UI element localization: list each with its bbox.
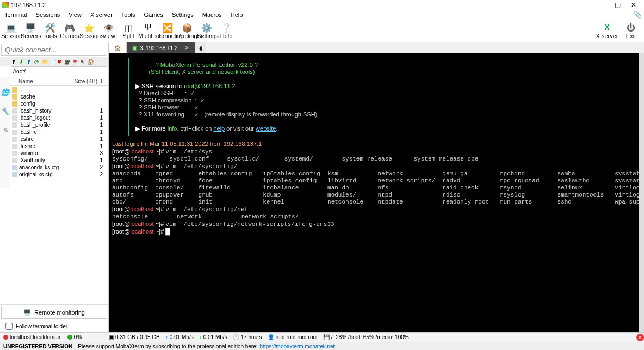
file-icon: [12, 137, 17, 142]
flag-icon[interactable]: ⚑: [72, 59, 78, 65]
tb-servers[interactable]: 🖥️Servers: [21, 23, 40, 39]
tb-tools[interactable]: 🛠️Tools: [40, 23, 60, 39]
file-row[interactable]: .bash_history1: [10, 107, 108, 114]
col-name[interactable]: Name: [12, 78, 73, 84]
session-tab[interactable]: ▣ 3. 192.168.11.2 ✕: [127, 42, 195, 53]
tb-games[interactable]: 🎮Games: [60, 23, 79, 39]
menu-games[interactable]: Games: [140, 10, 168, 19]
follow-terminal-row[interactable]: Follow terminal folder: [0, 320, 108, 332]
minimize-button[interactable]: —: [593, 1, 609, 9]
file-row[interactable]: original-ks.cfg2: [10, 171, 108, 178]
remote-monitoring-label: Remote monitoring: [34, 309, 85, 316]
footer-close-icon[interactable]: ✕: [636, 334, 644, 341]
menu-settings[interactable]: Settings: [168, 10, 198, 19]
multiexec-icon: Ψ: [138, 23, 158, 33]
menu-view[interactable]: View: [64, 10, 86, 19]
file-icon: [12, 87, 17, 93]
grid-icon[interactable]: ▦: [64, 59, 71, 65]
tb-settings[interactable]: ⚙️Settings: [197, 23, 216, 39]
status-up: 0.01 Mb/s: [170, 334, 194, 340]
session-tab-label: 3. 192.168.11.2: [140, 45, 178, 51]
view-icon: 👁️: [99, 23, 119, 33]
host-icon: [3, 335, 8, 340]
tb-session[interactable]: 💻Session: [1, 23, 21, 39]
home-sftp-icon[interactable]: 🏠: [87, 59, 94, 65]
window-title-bar: 192.168.11.2 — ▢ ✕: [0, 0, 644, 10]
file-icon: [12, 115, 17, 121]
tb-multiexec[interactable]: ΨMultiExec: [138, 23, 158, 39]
tb-help[interactable]: ❔Help: [216, 23, 236, 39]
status-host: localhost.localdomain: [10, 334, 62, 340]
status-ram: 0.31 GB / 0.95 GB: [115, 334, 160, 340]
edit-icon[interactable]: ✎: [79, 59, 86, 65]
edit-tab-icon[interactable]: ✎: [2, 126, 8, 134]
file-row[interactable]: .cache: [10, 93, 108, 100]
newfile-icon[interactable]: 📄: [49, 59, 55, 65]
add-tab-button[interactable]: ◖: [195, 42, 206, 53]
file-row[interactable]: .bash_logout1: [10, 114, 108, 121]
refresh-icon[interactable]: ⟳: [34, 59, 40, 65]
menu-sessions[interactable]: Sessions: [32, 10, 65, 19]
file-icon: [12, 158, 17, 163]
menu-tools[interactable]: Tools: [117, 10, 140, 19]
file-icon: [12, 151, 17, 156]
main-toolbar: 💻Session🖥️Servers🛠️Tools🎮Games⭐Sessions👁…: [0, 20, 644, 42]
session-icon: 💻: [1, 23, 21, 33]
monitor-icon: 🖥️: [23, 309, 31, 316]
download-icon[interactable]: ⬇: [18, 59, 25, 65]
quick-connect-input[interactable]: [1, 44, 107, 56]
close-button[interactable]: ✕: [626, 1, 642, 9]
footer-bar: UNREGISTERED VERSION - Please support Mo…: [0, 342, 644, 350]
menu-x-server[interactable]: X server: [86, 10, 117, 19]
menu-terminal[interactable]: Terminal: [0, 10, 32, 19]
file-row[interactable]: .Xauthority1: [10, 157, 108, 164]
left-sidebar: ⬆ ⬇ ⬆ ⟳ 📁 📄 ✖ ▦ ⚑ ✎ 🏠 🌐 🔧 ✎ Name Size (K…: [0, 42, 109, 332]
ram-icon: ▣: [109, 334, 114, 340]
col-ext[interactable]: I: [101, 78, 106, 84]
tb-view[interactable]: 👁️View: [99, 23, 119, 39]
tab-bar: 🏠 ▣ 3. 192.168.11.2 ✕ ◖: [109, 42, 644, 53]
close-tab-icon[interactable]: ✕: [185, 45, 189, 51]
app-icon: [2, 2, 9, 8]
remote-monitoring-button[interactable]: 🖥️ Remote monitoring: [1, 306, 107, 319]
status-down: 0.01 Mb/s: [203, 334, 227, 340]
upload-icon[interactable]: ⬆: [26, 59, 33, 65]
packages-icon: 📦: [177, 23, 197, 33]
tb-split[interactable]: ◫Split: [119, 23, 138, 39]
newfolder-icon[interactable]: 📁: [41, 59, 48, 65]
tb-tunneling[interactable]: 🔀Tunneling: [158, 23, 177, 39]
menu-macros[interactable]: Macros: [198, 10, 226, 19]
sessions-icon: ⭐: [79, 23, 99, 33]
footer-link[interactable]: https://mobaxterm.mobatek.net: [260, 343, 335, 349]
file-row[interactable]: anaconda-ks.cfg2: [10, 164, 108, 171]
globe-tab-icon[interactable]: 🌐: [1, 88, 9, 96]
file-row[interactable]: .bash_profile1: [10, 121, 108, 128]
file-row[interactable]: .tcshrc1: [10, 143, 108, 150]
tb-sessions[interactable]: ⭐Sessions: [79, 23, 99, 39]
terminal-scrollbar[interactable]: [639, 53, 644, 332]
follow-terminal-checkbox[interactable]: [5, 323, 13, 330]
home-tab[interactable]: 🏠: [109, 42, 127, 53]
terminal-output[interactable]: ? MobaXterm Personal Edition v22.0 ? (SS…: [109, 53, 644, 332]
col-size[interactable]: Size (KB): [73, 78, 101, 84]
delete-icon[interactable]: ✖: [57, 59, 63, 65]
tb-packages[interactable]: 📦Packages: [177, 23, 197, 39]
file-row[interactable]: .config: [10, 100, 108, 107]
tb-xserver[interactable]: XX server: [595, 23, 619, 39]
file-row[interactable]: .bashrc1: [10, 128, 108, 136]
tools-tab-icon[interactable]: 🔧: [1, 107, 9, 115]
tb-exit[interactable]: ⏻Exit: [619, 23, 643, 39]
maximize-button[interactable]: ▢: [609, 1, 626, 9]
up-icon[interactable]: ⬆: [11, 59, 17, 65]
sftp-path-input[interactable]: [11, 66, 107, 76]
sftp-file-list[interactable]: Name Size (KB) I ...cache.config.bash_hi…: [10, 77, 108, 188]
pin-icon[interactable]: 📎: [634, 11, 642, 19]
tools-icon: 🛠️: [40, 23, 60, 33]
file-list-header: Name Size (KB) I: [10, 77, 108, 86]
help-icon: ❔: [216, 23, 236, 33]
menu-help[interactable]: Help: [226, 10, 247, 19]
file-row[interactable]: .viminfo3: [10, 150, 108, 157]
file-row[interactable]: ..: [10, 86, 108, 93]
file-row[interactable]: .cshrc1: [10, 136, 108, 143]
exit-icon: ⏻: [619, 23, 643, 33]
